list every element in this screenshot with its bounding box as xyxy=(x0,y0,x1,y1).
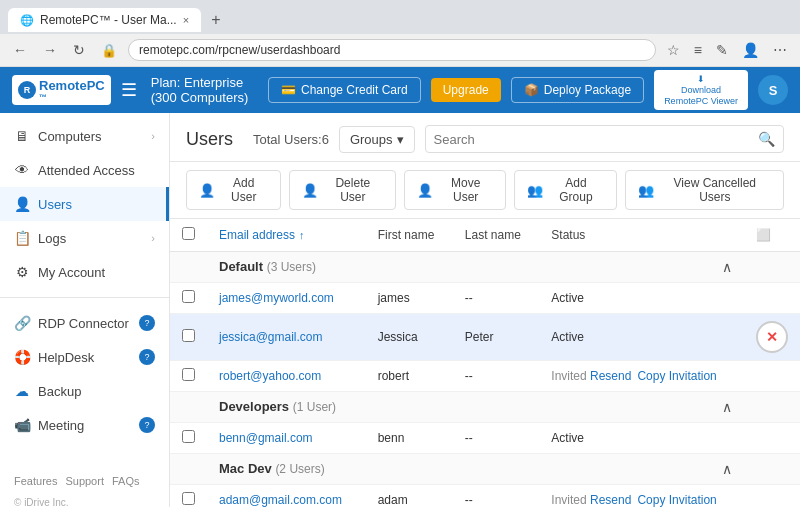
deploy-icon: 📦 xyxy=(524,83,539,97)
footer-links: Features Support FAQs xyxy=(0,467,169,495)
groups-chevron-icon: ▾ xyxy=(397,132,404,147)
sidebar-item-helpdesk[interactable]: 🛟 HelpDesk ? xyxy=(0,340,169,374)
group-name-cell: Default (3 Users) ∧ xyxy=(207,252,744,283)
status-invited: Invited xyxy=(551,493,586,507)
status-cell: Invited ResendCopy Invitation xyxy=(539,485,744,508)
change-credit-label: Change Credit Card xyxy=(301,83,408,97)
sidebar-item-logs[interactable]: 📋 Logs › xyxy=(0,221,169,255)
move-user-btn[interactable]: 👤 Move User xyxy=(404,170,506,210)
email-link[interactable]: jessica@gmail.com xyxy=(219,330,323,344)
th-status: Status xyxy=(539,219,744,252)
tab-bar: 🌐 RemotePC™ - User Ma... × + xyxy=(0,0,800,34)
group-name-cell: Developers (1 User) ∧ xyxy=(207,392,744,423)
logo-subtext: ™ xyxy=(39,93,105,102)
email-cell: adam@gmail.com.com xyxy=(207,485,366,508)
view-cancelled-icon: 👥 xyxy=(638,183,654,198)
collapse-group-btn[interactable]: ∧ xyxy=(722,461,732,477)
email-link[interactable]: adam@gmail.com.com xyxy=(219,493,342,507)
logo-box[interactable]: R RemotePC ™ xyxy=(12,75,111,105)
row-checkbox[interactable] xyxy=(182,329,195,342)
status-cell: Active xyxy=(539,283,744,314)
sidebar-item-computers[interactable]: 🖥 Computers › xyxy=(0,119,169,153)
row-checkbox[interactable] xyxy=(182,368,195,381)
groups-dropdown-btn[interactable]: Groups ▾ xyxy=(339,126,415,153)
change-credit-btn[interactable]: 💳 Change Credit Card xyxy=(268,77,421,103)
sidebar-account-label: My Account xyxy=(38,265,105,280)
table-row: robert@yahoo.com robert -- Invited Resen… xyxy=(170,361,800,392)
group-checkbox-cell xyxy=(170,454,207,485)
status-active: Active xyxy=(551,431,584,445)
view-cancelled-btn[interactable]: 👥 View Cancelled Users xyxy=(625,170,784,210)
add-group-label: Add Group xyxy=(548,176,603,204)
copy-invitation-link[interactable]: Copy Invitation xyxy=(637,493,716,507)
sidebar-logs-label: Logs xyxy=(38,231,66,246)
delete-x-icon: ✕ xyxy=(766,329,778,345)
browser-chrome: 🌐 RemotePC™ - User Ma... × + ← → ↻ 🔒 ☆ ≡… xyxy=(0,0,800,67)
profile-btn[interactable]: 👤 xyxy=(737,40,764,60)
delete-btn[interactable]: ✕ xyxy=(756,321,788,353)
sidebar-item-backup[interactable]: ☁ Backup xyxy=(0,374,169,408)
sidebar: 🖥 Computers › 👁 Attended Access 👤 Users … xyxy=(0,113,170,507)
email-link[interactable]: benn@gmail.com xyxy=(219,431,313,445)
sidebar-item-attended[interactable]: 👁 Attended Access xyxy=(0,153,169,187)
sort-icon[interactable]: ↑ xyxy=(299,229,305,241)
resend-link[interactable]: Resend xyxy=(590,493,631,507)
row-checkbox[interactable] xyxy=(182,430,195,443)
logo-area: R RemotePC ™ ☰ xyxy=(12,75,141,105)
deploy-btn[interactable]: 📦 Deploy Package xyxy=(511,77,644,103)
collapse-group-btn[interactable]: ∧ xyxy=(722,259,732,275)
rdp-label: RDP Connector xyxy=(38,316,129,331)
new-tab-btn[interactable]: + xyxy=(203,6,228,34)
th-lastname: Last name xyxy=(453,219,539,252)
menu-btn[interactable]: ≡ xyxy=(689,40,707,60)
helpdesk-help-badge: ? xyxy=(139,349,155,365)
backup-icon: ☁ xyxy=(14,383,30,399)
firstname-cell: james xyxy=(366,283,453,314)
user-avatar[interactable]: S xyxy=(758,75,788,105)
back-btn[interactable]: ← xyxy=(8,40,32,60)
action-cell xyxy=(744,361,800,392)
table-row: benn@gmail.com benn -- Active xyxy=(170,423,800,454)
sidebar-item-meeting[interactable]: 📹 Meeting ? xyxy=(0,408,169,442)
sidebar-item-users[interactable]: 👤 Users xyxy=(0,187,169,221)
status-active: Active xyxy=(551,291,584,305)
sidebar-item-account[interactable]: ⚙ My Account xyxy=(0,255,169,289)
meeting-help-badge: ? xyxy=(139,417,155,433)
copy-invitation-link[interactable]: Copy Invitation xyxy=(637,369,716,383)
upgrade-btn[interactable]: Upgrade xyxy=(431,78,501,102)
address-input[interactable] xyxy=(128,39,656,61)
active-tab[interactable]: 🌐 RemotePC™ - User Ma... × xyxy=(8,8,201,32)
download-sub-label: RemotePC Viewer xyxy=(664,96,738,106)
email-link[interactable]: robert@yahoo.com xyxy=(219,369,321,383)
select-all-checkbox[interactable] xyxy=(182,227,195,240)
deploy-label: Deploy Package xyxy=(544,83,631,97)
add-user-btn[interactable]: 👤 Add User xyxy=(186,170,281,210)
sidebar-item-rdp[interactable]: 🔗 RDP Connector ? xyxy=(0,306,169,340)
group-header-row: Developers (1 User) ∧ xyxy=(170,392,800,423)
features-link[interactable]: Features xyxy=(14,475,57,487)
forward-btn[interactable]: → xyxy=(38,40,62,60)
group-checkbox-cell xyxy=(170,392,207,423)
hamburger-btn[interactable]: ☰ xyxy=(117,75,141,105)
download-btn[interactable]: ⬇ Download RemotePC Viewer xyxy=(654,70,748,110)
tab-close-btn[interactable]: × xyxy=(183,14,189,26)
collapse-group-btn[interactable]: ∧ xyxy=(722,399,732,415)
rdp-help-badge: ? xyxy=(139,315,155,331)
refresh-btn[interactable]: ↻ xyxy=(68,40,90,60)
add-group-btn[interactable]: 👥 Add Group xyxy=(514,170,616,210)
add-user-icon: 👤 xyxy=(199,183,215,198)
faqs-link[interactable]: FAQs xyxy=(112,475,140,487)
row-checkbox[interactable] xyxy=(182,492,195,505)
email-link[interactable]: james@myworld.com xyxy=(219,291,334,305)
view-cancelled-label: View Cancelled Users xyxy=(659,176,771,204)
resend-link[interactable]: Resend xyxy=(590,369,631,383)
delete-user-btn[interactable]: 👤 Delete User xyxy=(289,170,396,210)
bookmark-btn[interactable]: ☆ xyxy=(662,40,685,60)
support-link[interactable]: Support xyxy=(65,475,104,487)
group-count: (3 Users) xyxy=(267,260,316,274)
row-checkbox-cell xyxy=(170,314,207,361)
row-checkbox[interactable] xyxy=(182,290,195,303)
search-input[interactable] xyxy=(434,132,752,147)
more-btn[interactable]: ⋯ xyxy=(768,40,792,60)
settings-btn[interactable]: ✎ xyxy=(711,40,733,60)
